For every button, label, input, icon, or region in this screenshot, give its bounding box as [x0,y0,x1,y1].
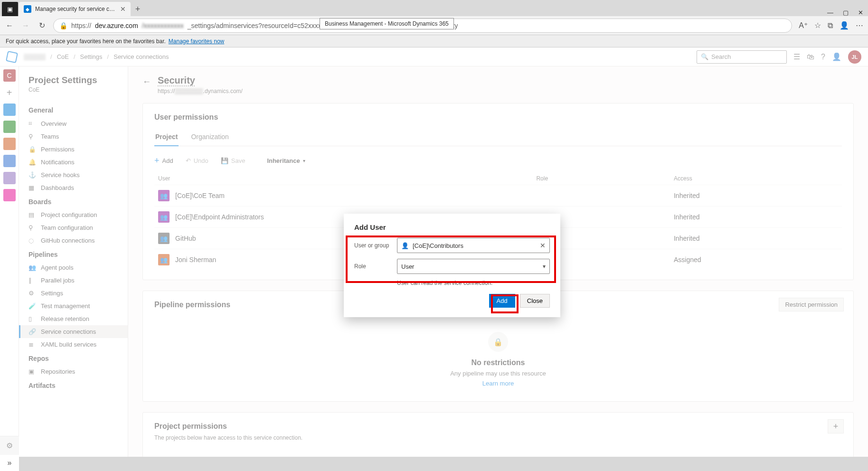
expand-nav-icon[interactable]: » [0,455,19,471]
person-icon: 👤 [401,242,409,249]
url-host: dev.azure.com [95,22,138,29]
refresh-icon[interactable]: ↻ [37,21,47,30]
url-tooltip: Business Management - Microsoft Dynamics… [320,18,454,29]
dialog-close-button[interactable]: Close [520,294,550,308]
manage-favorites-link[interactable]: Manage favorites now [169,38,224,45]
url-prefix: https:// [71,22,91,29]
user-or-group-input[interactable]: 👤 [CoE]\Contributors ✕ [397,238,550,253]
role-select[interactable]: User ▾ [397,259,550,274]
url-blur: /xxxxxxxxxxxx [142,22,184,29]
add-user-dialog: Add User User or group 👤 [CoE]\Contribut… [344,214,560,317]
window-close[interactable]: ✕ [858,9,863,16]
back-icon[interactable]: ← [5,21,14,30]
role-help-text: User can read the service connection. [397,280,550,286]
label-role: Role [354,263,397,270]
chevron-down-icon: ▾ [543,263,546,270]
label-user-or-group: User or group [354,242,397,249]
tab-title: Manage security for service conn [35,6,116,12]
favorite-icon[interactable]: ☆ [814,21,821,30]
collections-icon[interactable]: ⧉ [828,21,833,30]
window-maximize[interactable]: ▢ [843,9,849,16]
more-icon[interactable]: ⋯ [856,21,863,30]
profile-icon[interactable]: 👤 [840,21,849,30]
user-value: [CoE]\Contributors [413,242,463,249]
address-bar[interactable]: 🔒 https://dev.azure.com/xxxxxxxxxxxx_set… [53,19,792,33]
lock-icon: 🔒 [59,22,67,29]
read-aloud-icon[interactable]: Α⁺ [799,21,808,30]
window-minimize[interactable]: — [827,9,833,16]
forward-icon: → [21,21,30,30]
close-icon[interactable]: ✕ [120,5,126,13]
favorites-hint: For quick access, place your favorites h… [6,38,166,45]
new-tab-button[interactable]: + [131,2,145,16]
dialog-add-button[interactable]: Add [489,294,515,308]
clear-icon[interactable]: ✕ [540,242,546,249]
role-value: User [401,263,414,270]
browser-tab[interactable]: ◆ Manage security for service conn ✕ [19,2,131,16]
dialog-title: Add User [354,223,550,231]
app-icon: ▣ [2,2,18,16]
tab-favicon: ◆ [24,5,31,13]
